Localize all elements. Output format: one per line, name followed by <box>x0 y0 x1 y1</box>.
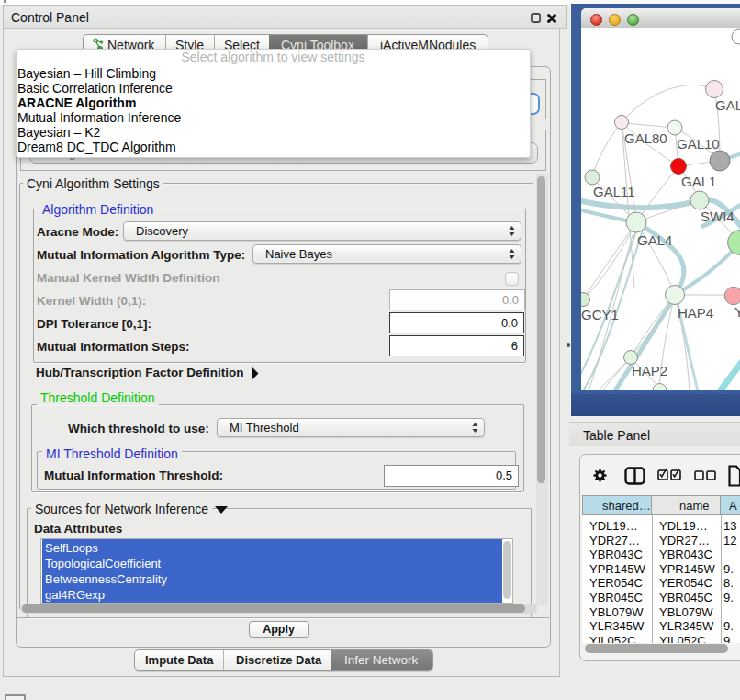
svg-text:GAL7: GAL7 <box>715 97 740 113</box>
svg-text:GAL10: GAL10 <box>677 136 720 152</box>
svg-text:GAL4: GAL4 <box>637 232 672 248</box>
svg-text:GAL80: GAL80 <box>624 130 667 146</box>
svg-text:SWI4: SWI4 <box>701 209 734 224</box>
svg-text:Y: Y <box>734 304 740 320</box>
svg-text:GAL1: GAL1 <box>681 174 716 189</box>
svg-text:HAP2: HAP2 <box>632 363 667 378</box>
svg-text:GCY1: GCY1 <box>581 307 619 322</box>
svg-text:GAL11: GAL11 <box>593 184 635 199</box>
svg-text:HAP4: HAP4 <box>678 305 713 321</box>
